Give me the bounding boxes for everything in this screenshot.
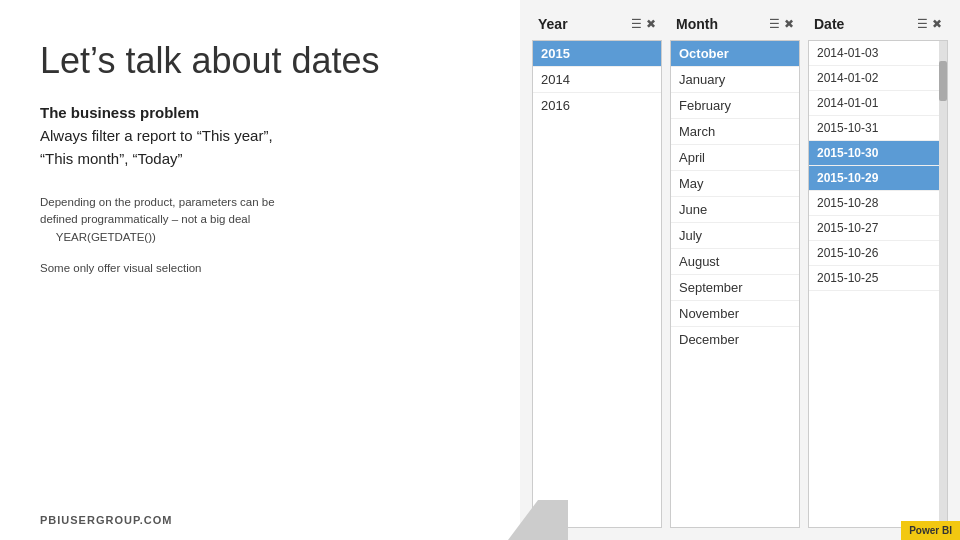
- month-list-item[interactable]: June: [671, 197, 799, 223]
- month-filter-icon[interactable]: ✖: [784, 17, 794, 31]
- date-scrollbar-thumb[interactable]: [939, 61, 947, 101]
- logo-text: PBIUSERGROUP.COM: [40, 514, 173, 526]
- date-filter-column: Date ☰ ✖ 2014-01-032014-01-022014-01-012…: [808, 12, 948, 528]
- year-header: Year ☰ ✖: [532, 12, 662, 36]
- date-list-item[interactable]: 2015-10-29: [809, 166, 947, 191]
- date-filter-icon[interactable]: ✖: [932, 17, 942, 31]
- date-list-item[interactable]: 2015-10-28: [809, 191, 947, 216]
- year-sort-icon[interactable]: ☰: [631, 17, 642, 31]
- month-list-item[interactable]: July: [671, 223, 799, 249]
- year-filter-icons: ☰ ✖: [631, 17, 656, 31]
- note2-text: Some only offer visual selection: [40, 262, 480, 274]
- month-filter-list[interactable]: OctoberJanuaryFebruaryMarchAprilMayJuneJ…: [670, 40, 800, 528]
- date-filter-list[interactable]: 2014-01-032014-01-022014-01-012015-10-31…: [808, 40, 948, 528]
- date-filter-icons: ☰ ✖: [917, 17, 942, 31]
- date-sort-icon[interactable]: ☰: [917, 17, 928, 31]
- date-list-item[interactable]: 2014-01-01: [809, 91, 947, 116]
- right-panel: Year ☰ ✖ 201520142016 Month ☰ ✖ OctoberJ…: [520, 0, 960, 540]
- date-list-item[interactable]: 2014-01-02: [809, 66, 947, 91]
- month-list-item[interactable]: August: [671, 249, 799, 275]
- date-list-item[interactable]: 2015-10-27: [809, 216, 947, 241]
- logo-area: PBIUSERGROUP.COM: [0, 500, 520, 540]
- year-filter-icon[interactable]: ✖: [646, 17, 656, 31]
- powerbi-badge: Power BI: [901, 521, 960, 540]
- month-header-title: Month: [676, 16, 718, 32]
- month-list-item[interactable]: November: [671, 301, 799, 327]
- year-list-item[interactable]: 2014: [533, 67, 661, 93]
- month-list-item[interactable]: May: [671, 171, 799, 197]
- date-header-title: Date: [814, 16, 844, 32]
- year-filter-list[interactable]: 201520142016: [532, 40, 662, 528]
- month-filter-column: Month ☰ ✖ OctoberJanuaryFebruaryMarchApr…: [670, 12, 800, 528]
- date-list-item[interactable]: 2015-10-30: [809, 141, 947, 166]
- note1-text: Depending on the product, parameters can…: [40, 194, 480, 246]
- left-panel: Let’s talk about dates The business prob…: [0, 0, 520, 540]
- month-list-item[interactable]: October: [671, 41, 799, 67]
- month-list-item[interactable]: December: [671, 327, 799, 352]
- year-header-title: Year: [538, 16, 568, 32]
- date-list-item[interactable]: 2015-10-25: [809, 266, 947, 291]
- month-list-item[interactable]: September: [671, 275, 799, 301]
- year-list-item[interactable]: 2015: [533, 41, 661, 67]
- date-list-item[interactable]: 2014-01-03: [809, 41, 947, 66]
- date-header: Date ☰ ✖: [808, 12, 948, 36]
- month-list-item[interactable]: March: [671, 119, 799, 145]
- date-scrollbar[interactable]: [939, 41, 947, 527]
- month-sort-icon[interactable]: ☰: [769, 17, 780, 31]
- month-list-item[interactable]: February: [671, 93, 799, 119]
- date-list-item[interactable]: 2015-10-26: [809, 241, 947, 266]
- business-problem-label: The business problem: [40, 104, 480, 121]
- month-header: Month ☰ ✖: [670, 12, 800, 36]
- month-list-item[interactable]: January: [671, 67, 799, 93]
- month-list-item[interactable]: April: [671, 145, 799, 171]
- year-list-item[interactable]: 2016: [533, 93, 661, 118]
- always-filter-text: Always filter a report to “This year”,“T…: [40, 125, 480, 170]
- month-filter-icons: ☰ ✖: [769, 17, 794, 31]
- date-list-item[interactable]: 2015-10-31: [809, 116, 947, 141]
- year-filter-column: Year ☰ ✖ 201520142016: [532, 12, 662, 528]
- slide-title: Let’s talk about dates: [40, 40, 480, 82]
